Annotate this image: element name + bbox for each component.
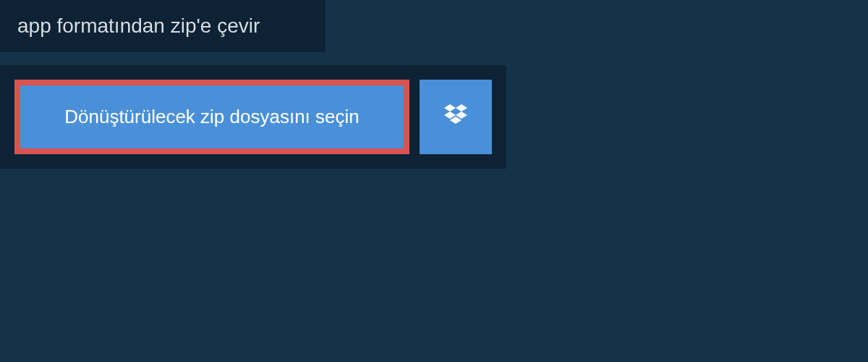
file-select-panel: Dönüştürülecek zip dosyasını seçin — [0, 65, 506, 169]
header-bar: app formatından zip'e çevir — [0, 0, 326, 52]
page-title: app formatından zip'e çevir — [17, 14, 308, 38]
dropbox-icon — [441, 101, 470, 132]
dropbox-button[interactable] — [420, 80, 492, 154]
select-file-button[interactable]: Dönüştürülecek zip dosyasını seçin — [14, 80, 409, 154]
